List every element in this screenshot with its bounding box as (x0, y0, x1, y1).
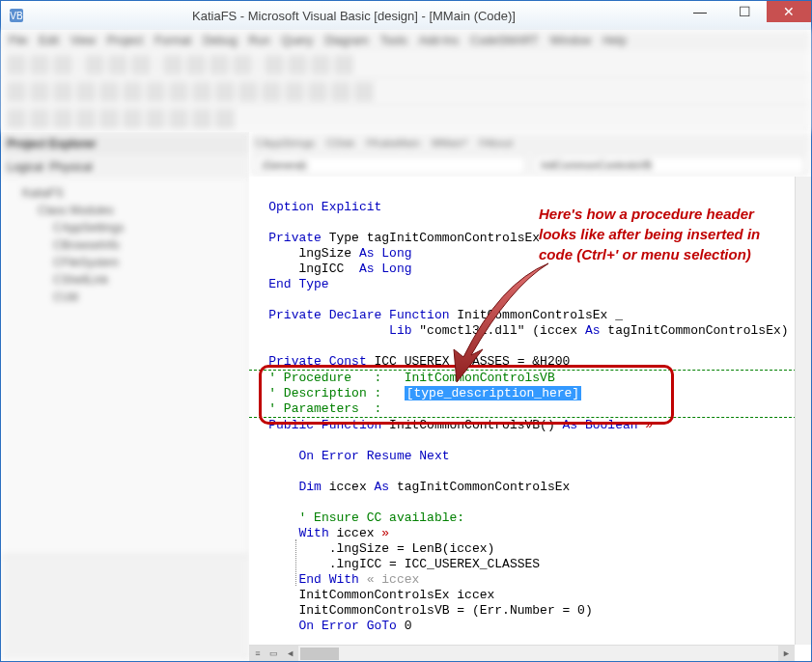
vertical-scrollbar[interactable] (795, 177, 811, 645)
window-title: KatiaFS - Microsoft Visual Basic [design… (30, 9, 678, 23)
code-dropdown-row: (General) InitCommonControlsVB (249, 153, 811, 177)
tree-item[interactable]: CUtil (7, 289, 242, 306)
code-tabbar: CAppStrings CDisk FKatiaMain MMain* FAbo… (249, 132, 811, 153)
menu-item[interactable]: Debug (203, 34, 237, 47)
tree-root[interactable]: KatiaFS (7, 184, 242, 202)
menu-item[interactable]: Project (107, 34, 143, 47)
menu-item[interactable]: Add-Ins (419, 34, 459, 47)
titlebar: VB KatiaFS - Microsoft Visual Basic [des… (1, 1, 811, 30)
project-explorer-panel: Project Explorer LogicalPhysical KatiaFS… (1, 132, 249, 661)
view-mode-button[interactable]: ▭ (266, 646, 282, 662)
svg-text:VB: VB (10, 11, 23, 21)
menu-item[interactable]: Window (550, 34, 592, 47)
view-mode-button[interactable]: ≡ (249, 646, 266, 662)
toolbar-3 (1, 105, 811, 132)
panel-title: Project Explorer (1, 132, 248, 155)
code-editor[interactable]: Option Explicit Private Type tagInitComm… (249, 177, 811, 661)
code-tab[interactable]: FAbout (479, 137, 513, 149)
bottom-panel (1, 555, 248, 661)
code-tab[interactable]: CAppStrings (255, 137, 315, 149)
tree-item[interactable]: CBrowseInfo (7, 236, 242, 254)
menubar: FileEditViewProjectFormatDebugRunQueryDi… (1, 30, 811, 51)
tree-item[interactable]: CShellLink (7, 271, 242, 289)
tree-folder[interactable]: Class Modules (7, 202, 242, 219)
menu-item[interactable]: File (9, 34, 27, 47)
code-tab[interactable]: MMain* (432, 137, 467, 149)
procedure-dropdown[interactable]: InitCommonControlsVB (534, 155, 805, 175)
close-button[interactable]: ✕ (767, 1, 811, 22)
menu-item[interactable]: View (70, 34, 96, 47)
annotation-text: Here's how a procedure header looks like… (539, 204, 801, 264)
menu-item[interactable]: Format (154, 34, 191, 47)
menu-item[interactable]: Help (602, 34, 627, 47)
tree-item[interactable]: CFileSystem (7, 254, 242, 271)
scroll-thumb[interactable] (300, 648, 339, 660)
code-tab[interactable]: CDisk (326, 137, 354, 149)
code-tab[interactable]: FKatiaMain (366, 137, 420, 149)
menu-item[interactable]: Run (249, 34, 270, 47)
scroll-left-button[interactable]: ◄ (282, 646, 298, 662)
maximize-button[interactable]: ☐ (722, 1, 767, 22)
object-dropdown[interactable]: (General) (255, 155, 526, 175)
menu-item[interactable]: Query (282, 34, 314, 47)
app-icon: VB (9, 8, 24, 23)
panel-toolbar: LogicalPhysical (1, 155, 248, 179)
menu-item[interactable]: Edit (39, 34, 59, 47)
horizontal-scrollbar[interactable]: ≡ ▭ ◄ ► (249, 645, 795, 661)
menu-item[interactable]: Diagram (324, 34, 368, 47)
scroll-right-button[interactable]: ► (778, 646, 795, 662)
minimize-button[interactable]: — (678, 1, 722, 22)
toolbar-1 (1, 51, 811, 78)
toolbar-2 (1, 78, 811, 105)
tree-item[interactable]: CAppSettings (7, 219, 242, 236)
code-guide-line (295, 539, 296, 586)
menu-item[interactable]: CodeSMART (470, 34, 538, 47)
selected-placeholder[interactable]: [type_description_here] (405, 386, 581, 400)
menu-item[interactable]: Tools (380, 34, 407, 47)
project-tree[interactable]: KatiaFS Class Modules CAppSettings CBrow… (1, 179, 248, 555)
